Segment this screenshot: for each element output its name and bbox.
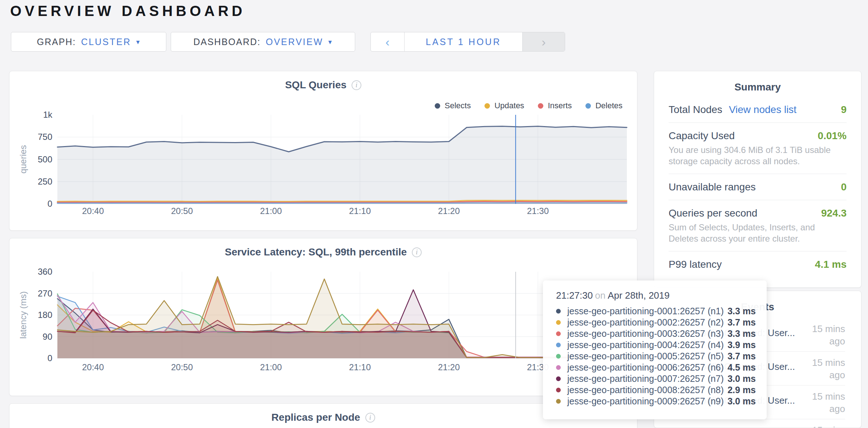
summary-item: Unavailable ranges0 <box>669 174 847 200</box>
view-nodes-list-link[interactable]: View nodes list <box>729 104 796 116</box>
legend-label: Updates <box>494 101 524 110</box>
node-color-dot-icon <box>556 388 561 392</box>
summary-title: Summary <box>669 81 847 93</box>
chart-title: Replicas per Node <box>271 412 360 423</box>
tooltip-row: jesse-geo-partitioning-0004:26257 (n4)3.… <box>556 339 756 351</box>
node-color-dot-icon <box>556 354 561 359</box>
summary-item: Queries per second924.3Sum of Selects, U… <box>669 200 847 251</box>
summary-item-value: 0.01% <box>818 130 847 142</box>
legend-label: Inserts <box>548 101 572 110</box>
legend-label: Selects <box>445 101 471 110</box>
event-timestamp: 15 mins ago <box>804 356 845 381</box>
dashboard-dropdown-value: OVERVIEW <box>266 37 323 47</box>
node-color-dot-icon <box>556 399 561 404</box>
graph-dropdown[interactable]: GRAPH: CLUSTER ▾ <box>11 32 166 52</box>
legend-item-updates[interactable]: Updates <box>484 101 524 110</box>
dashboard-dropdown[interactable]: DASHBOARD: OVERVIEW ▾ <box>171 32 355 52</box>
chart-title: Service Latency: SQL, 99th percentile <box>225 246 407 258</box>
event-timestamp: 15 mins ago <box>804 323 845 347</box>
node-color-dot-icon <box>556 331 561 336</box>
legend-dot-icon <box>538 103 543 109</box>
legend-item-selects[interactable]: Selects <box>435 101 471 110</box>
svg-text:360: 360 <box>38 267 52 276</box>
node-name: jesse-geo-partitioning-0002:26257 (n2) <box>567 317 727 328</box>
svg-text:750: 750 <box>38 132 52 142</box>
tooltip-row: jesse-geo-partitioning-0009:26257 (n9)3.… <box>556 396 756 407</box>
summary-item-value: 9 <box>841 104 847 116</box>
svg-text:0: 0 <box>48 199 52 209</box>
node-latency-value: 4.5 ms <box>727 362 756 373</box>
info-icon[interactable]: i <box>412 247 422 257</box>
chart-title: SQL Queries <box>285 79 346 91</box>
time-next-button[interactable]: › <box>522 32 565 51</box>
svg-text:21:10: 21:10 <box>349 362 371 372</box>
node-latency-value: 3.9 ms <box>727 340 756 350</box>
node-latency-value: 3.0 ms <box>727 396 756 407</box>
summary-item-label: P99 latency <box>669 259 722 270</box>
summary-item-value: 924.3 <box>821 207 847 219</box>
node-name: jesse-geo-partitioning-0004:26257 (n4) <box>567 340 727 350</box>
tooltip-header: 21:27:30onApr 28th, 2019 <box>556 290 756 301</box>
tooltip-row: jesse-geo-partitioning-0008:26257 (n8)2.… <box>556 384 756 396</box>
svg-text:21:00: 21:00 <box>260 206 282 216</box>
chart-legend: SelectsUpdatesInsertsDeletes <box>435 101 622 110</box>
info-icon[interactable]: i <box>352 80 361 90</box>
time-range-selector: ‹ LAST 1 HOUR › <box>370 32 565 52</box>
chevron-left-icon: ‹ <box>385 35 389 49</box>
summary-item-description: You are using 304.6 MiB of 3.1 TiB usabl… <box>669 144 847 167</box>
graph-dropdown-label: GRAPH: <box>37 37 76 47</box>
node-name: jesse-geo-partitioning-0008:26257 (n8) <box>567 385 727 395</box>
page-title: OVERVIEW DASHBOARD <box>10 3 246 19</box>
time-prev-button[interactable]: ‹ <box>371 32 405 51</box>
legend-dot-icon <box>585 103 591 109</box>
sql-queries-chart[interactable]: 02505007501k20:4020:5021:0021:1021:2021:… <box>9 110 638 221</box>
node-color-dot-icon <box>556 320 561 325</box>
tooltip-row: jesse-geo-partitioning-0007:26257 (n7)3.… <box>556 373 756 384</box>
legend-dot-icon <box>435 103 440 109</box>
summary-item-value: 4.1 ms <box>815 259 847 270</box>
tooltip-row: jesse-geo-partitioning-0001:26257 (n1)3.… <box>556 306 756 317</box>
node-color-dot-icon <box>556 376 561 381</box>
node-latency-value: 3.3 ms <box>727 306 756 316</box>
svg-text:250: 250 <box>38 177 52 186</box>
summary-item-description: Sum of Selects, Updates, Inserts, and De… <box>669 222 847 244</box>
summary-item: Total NodesView nodes list9 <box>669 97 847 122</box>
summary-panel: Summary Total NodesView nodes list9Capac… <box>654 71 861 288</box>
svg-text:270: 270 <box>38 288 52 298</box>
svg-text:21:10: 21:10 <box>349 206 371 216</box>
sql-queries-chart-card: SQL Queries i SelectsUpdatesInsertsDelet… <box>9 71 637 231</box>
svg-text:500: 500 <box>38 154 52 164</box>
node-name: jesse-geo-partitioning-0006:26257 (n6) <box>567 362 727 373</box>
hover-tooltip: 21:27:30onApr 28th, 2019 jesse-geo-parti… <box>543 280 767 419</box>
node-name: jesse-geo-partitioning-0009:26257 (n9) <box>567 396 727 407</box>
node-latency-value: 2.9 ms <box>727 385 756 395</box>
svg-text:21:00: 21:00 <box>260 362 282 372</box>
node-latency-value: 3.0 ms <box>727 374 756 384</box>
graph-dropdown-value: CLUSTER <box>81 37 131 47</box>
node-color-dot-icon <box>556 309 561 314</box>
svg-text:latency (ms): latency (ms) <box>18 291 28 339</box>
chevron-down-icon: ▾ <box>328 38 333 46</box>
info-icon[interactable]: i <box>365 413 375 423</box>
tooltip-row: jesse-geo-partitioning-0005:26257 (n5)3.… <box>556 351 756 362</box>
legend-item-deletes[interactable]: Deletes <box>585 101 622 110</box>
svg-text:21:30: 21:30 <box>527 206 549 216</box>
chevron-down-icon: ▾ <box>136 38 141 46</box>
event-timestamp: 15 mins ago <box>804 424 845 428</box>
dashboard-dropdown-label: DASHBOARD: <box>193 37 260 47</box>
tooltip-row: jesse-geo-partitioning-0002:26257 (n2)3.… <box>556 317 756 328</box>
chevron-right-icon: › <box>542 35 545 49</box>
svg-text:21:20: 21:20 <box>438 362 460 372</box>
svg-text:180: 180 <box>38 310 52 320</box>
legend-item-inserts[interactable]: Inserts <box>538 101 572 110</box>
tooltip-on-word: on <box>595 290 605 301</box>
node-latency-value: 3.7 ms <box>727 351 756 362</box>
summary-item-label: Total Nodes <box>669 104 722 116</box>
legend-label: Deletes <box>595 101 622 110</box>
event-row[interactable]: Zone Config Changed: User...15 mins ago <box>670 419 845 428</box>
time-window-label[interactable]: LAST 1 HOUR <box>405 32 522 51</box>
svg-text:0: 0 <box>48 353 52 363</box>
svg-text:20:50: 20:50 <box>171 362 193 372</box>
node-name: jesse-geo-partitioning-0005:26257 (n5) <box>567 351 727 362</box>
overview-dashboard-page: OVERVIEW DASHBOARD GRAPH: CLUSTER ▾ DASH… <box>0 0 868 428</box>
